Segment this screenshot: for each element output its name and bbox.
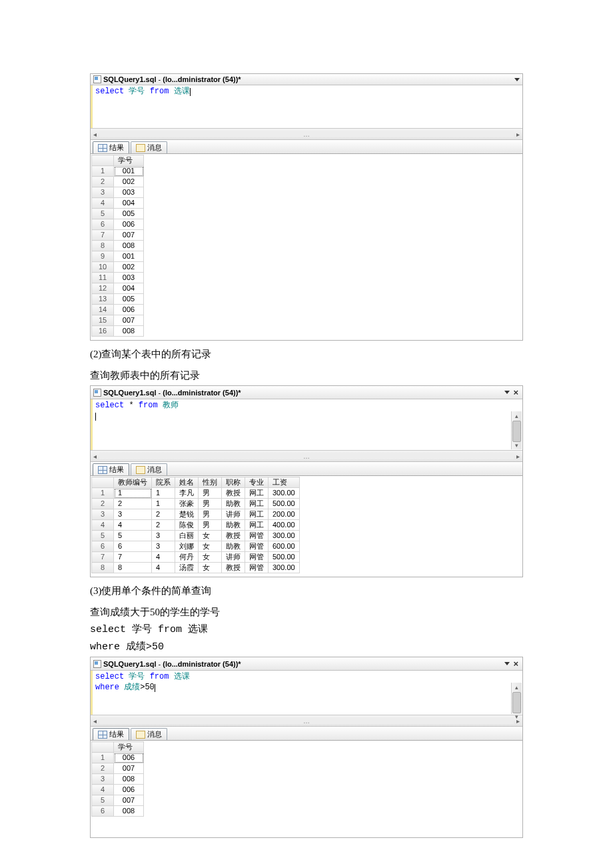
row-number[interactable]: 5: [92, 795, 114, 806]
panel2-result-grid[interactable]: 教师编号院系姓名性别职称专业工资111李凡男教授网工300.00221张豪男助教…: [91, 477, 300, 573]
cell[interactable]: 助教: [222, 541, 245, 552]
panel1-result-grid[interactable]: 学号10012002300340045005600670078008900110…: [91, 155, 144, 337]
panel3-sql-editor[interactable]: select 学号 from 选课 where 成绩>50: [91, 671, 522, 715]
cell[interactable]: 1: [152, 499, 175, 509]
close-icon[interactable]: ×: [512, 387, 520, 397]
cell[interactable]: 3: [152, 541, 175, 552]
row-number[interactable]: 3: [92, 509, 114, 520]
cell[interactable]: 网工: [245, 509, 269, 520]
cell[interactable]: 7: [114, 552, 152, 563]
cell[interactable]: 教授: [222, 563, 245, 573]
panel1-sql-editor[interactable]: select 学号 from 选课: [91, 85, 522, 128]
row-number[interactable]: 1: [92, 166, 114, 177]
column-header[interactable]: 学号: [114, 742, 144, 753]
cell[interactable]: 006: [114, 785, 144, 795]
cell[interactable]: 007: [114, 795, 144, 806]
tab-messages[interactable]: 消息: [131, 463, 167, 475]
panel1-h-scrollbar[interactable]: ◂ … ▸: [91, 128, 522, 139]
cell[interactable]: 1: [152, 488, 175, 499]
panel3-h-scrollbar[interactable]: ◂ … ▸: [91, 715, 522, 726]
row-number[interactable]: 12: [92, 283, 114, 294]
cell[interactable]: 006: [114, 753, 144, 763]
panel3-result-grid[interactable]: 学号100620073008400650076008: [91, 741, 144, 817]
table-row[interactable]: 15007: [92, 315, 144, 326]
column-header[interactable]: 职称: [222, 477, 245, 488]
table-row[interactable]: 442陈俊男助教网工400.00: [92, 520, 300, 531]
cell[interactable]: 助教: [222, 499, 245, 509]
row-number[interactable]: 6: [92, 219, 114, 230]
cell[interactable]: 白丽: [175, 531, 199, 541]
tab-messages[interactable]: 消息: [131, 141, 167, 153]
row-number[interactable]: 8: [92, 241, 114, 251]
column-header[interactable]: 专业: [245, 477, 269, 488]
cell[interactable]: 女: [199, 552, 222, 563]
cell[interactable]: 3: [114, 509, 152, 520]
row-number[interactable]: 7: [92, 230, 114, 241]
scroll-thumb[interactable]: [512, 421, 521, 442]
row-number[interactable]: 15: [92, 315, 114, 326]
scroll-down-icon[interactable]: ▾: [515, 713, 518, 720]
cell[interactable]: 男: [199, 499, 222, 509]
column-header[interactable]: 教师编号: [114, 477, 152, 488]
cell[interactable]: 003: [114, 187, 144, 198]
cell[interactable]: 008: [114, 774, 144, 785]
cell[interactable]: 007: [114, 315, 144, 326]
cell[interactable]: 200.00: [269, 509, 300, 520]
panel2-sql-editor[interactable]: select * from 教师: [91, 399, 522, 450]
cell[interactable]: 4: [152, 563, 175, 573]
table-row[interactable]: 332楚锐男讲师网工200.00: [92, 509, 300, 520]
table-row[interactable]: 884汤霞女教授网管300.00: [92, 563, 300, 573]
cell[interactable]: 008: [114, 806, 144, 817]
tab-messages[interactable]: 消息: [131, 728, 167, 740]
table-row[interactable]: 12004: [92, 283, 144, 294]
cell[interactable]: 网管: [245, 541, 269, 552]
row-number[interactable]: 6: [92, 541, 114, 552]
table-row[interactable]: 10002: [92, 262, 144, 273]
scroll-right-icon[interactable]: ▸: [515, 453, 521, 460]
column-header[interactable]: 工资: [269, 477, 300, 488]
cell[interactable]: 003: [114, 273, 144, 283]
cell[interactable]: 500.00: [269, 499, 300, 509]
row-number[interactable]: 11: [92, 273, 114, 283]
row-number[interactable]: 9: [92, 251, 114, 262]
table-row[interactable]: 1001: [92, 166, 144, 177]
row-number[interactable]: 1: [92, 488, 114, 499]
panel2-h-scrollbar[interactable]: ◂ … ▸: [91, 450, 522, 461]
cell[interactable]: 教授: [222, 488, 245, 499]
cell[interactable]: 楚锐: [175, 509, 199, 520]
cell[interactable]: 1: [114, 488, 152, 499]
cell[interactable]: 001: [114, 166, 144, 177]
column-header[interactable]: 姓名: [175, 477, 199, 488]
cell[interactable]: 2: [114, 499, 152, 509]
cell[interactable]: 讲师: [222, 509, 245, 520]
tab-results[interactable]: 结果: [93, 728, 129, 740]
table-row[interactable]: 6008: [92, 806, 144, 817]
cell[interactable]: 300.00: [269, 563, 300, 573]
cell[interactable]: 006: [114, 219, 144, 230]
cell[interactable]: 教授: [222, 531, 245, 541]
row-number[interactable]: 5: [92, 209, 114, 219]
cell[interactable]: 400.00: [269, 520, 300, 531]
table-row[interactable]: 2007: [92, 763, 144, 774]
cell[interactable]: 何丹: [175, 552, 199, 563]
row-number[interactable]: 4: [92, 198, 114, 209]
row-number[interactable]: 14: [92, 305, 114, 315]
table-row[interactable]: 1006: [92, 753, 144, 763]
row-number[interactable]: 3: [92, 187, 114, 198]
row-number[interactable]: 1: [92, 753, 114, 763]
table-row[interactable]: 16008: [92, 326, 144, 337]
row-number[interactable]: 2: [92, 177, 114, 187]
cell[interactable]: 陈俊: [175, 520, 199, 531]
row-number[interactable]: 16: [92, 326, 114, 337]
row-number[interactable]: 4: [92, 785, 114, 795]
row-number[interactable]: 7: [92, 552, 114, 563]
cell[interactable]: 网工: [245, 499, 269, 509]
table-row[interactable]: 3003: [92, 187, 144, 198]
table-row[interactable]: 8008: [92, 241, 144, 251]
close-icon[interactable]: ×: [512, 659, 520, 669]
row-number[interactable]: 3: [92, 774, 114, 785]
cell[interactable]: 6: [114, 541, 152, 552]
table-row[interactable]: 7007: [92, 230, 144, 241]
table-row[interactable]: 6006: [92, 219, 144, 230]
scroll-right-icon[interactable]: ▸: [515, 131, 521, 138]
